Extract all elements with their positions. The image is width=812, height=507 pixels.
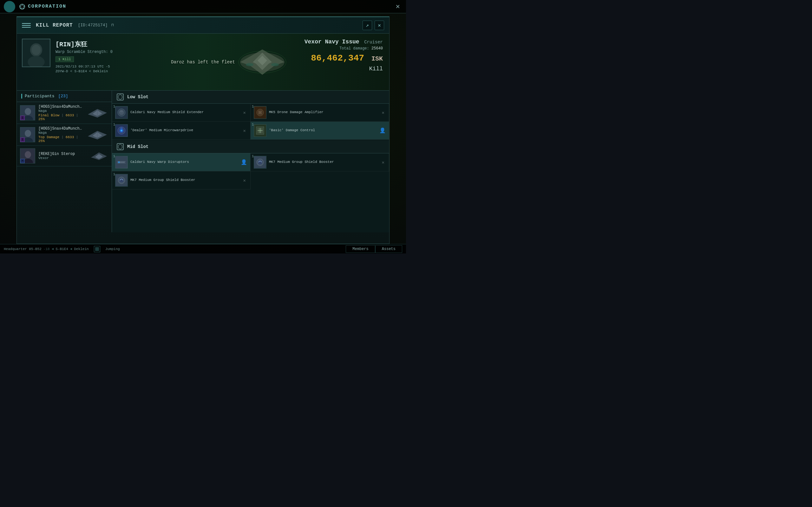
slot-name: MK7 Medium Group Shield Booster	[131, 178, 240, 182]
low-slot-header: Low Slot	[112, 91, 389, 104]
slot-name: 'Basic' Damage Control	[269, 128, 377, 133]
participant-ship-icon	[90, 151, 108, 162]
svg-point-11	[246, 63, 253, 66]
slot-icon-drone	[254, 106, 266, 119]
list-item[interactable]: I [HOGS]Snax4DaMunchies Naga Final Blow …	[17, 102, 112, 124]
svg-marker-1	[20, 4, 24, 9]
panel-menu-button[interactable]	[22, 21, 31, 30]
corp-icon	[19, 3, 26, 10]
slot-icon-booster	[254, 156, 266, 169]
slot-item: 1 Caldari Navy Warp Disruptors 👤	[112, 153, 251, 171]
low-slot-title: Low Slot	[127, 95, 148, 100]
participants-title: Participants [23]	[21, 94, 68, 99]
top-close-button[interactable]: ✕	[393, 2, 402, 11]
kill-type: Kill	[305, 66, 383, 72]
mid-slot-section: Mid Slot 1	[112, 140, 389, 189]
panel-title: KILL REPORT	[36, 22, 73, 28]
kill-date: 2021/02/13 09:37:13 UTC -5	[55, 65, 154, 68]
isk-value: 86,462,347 ISK	[305, 53, 383, 63]
participant-ship-icon	[86, 128, 108, 141]
participant-role: Top Damage | 6633 | 25%	[38, 135, 83, 143]
portrait-badge: +	[20, 159, 25, 163]
jump-label: Jumping	[105, 247, 120, 251]
corp-label: CORPORATION	[28, 4, 66, 9]
participant-ship-icon	[86, 107, 108, 119]
svg-point-56	[118, 161, 120, 163]
participants-header: Participants [23]	[17, 91, 112, 102]
svg-point-15	[25, 108, 31, 115]
ship-illustration	[231, 40, 294, 84]
slot-icon-disruptor	[115, 156, 128, 169]
victim-info: [RIN]东狂 Warp Scramble Strength: 0 1 Kill…	[55, 39, 154, 73]
victim-section: [RIN]东狂 Warp Scramble Strength: 0 1 Kill…	[17, 34, 159, 90]
list-item[interactable]: + [REKE]Gin Sterop Vexor	[17, 146, 112, 166]
slot-name: MK5 Drone Damage Amplifier	[269, 110, 378, 115]
top-bar: CORPORATION ✕	[0, 0, 406, 13]
participant-portrait: +	[20, 148, 35, 164]
mid-slot-header: Mid Slot	[112, 140, 389, 153]
panel-close-button[interactable]: ✕	[374, 20, 384, 30]
panel-id: [ID:4725174] ⊓	[78, 23, 114, 27]
assets-tab[interactable]: Assets	[375, 245, 402, 253]
bottom-tabs: Members Assets	[346, 245, 402, 253]
slot-close-button[interactable]: ✕	[380, 158, 386, 166]
panel-actions: ↗ ✕	[362, 20, 384, 30]
participant-name: [HOGS]Snax4DaMunchies	[38, 105, 83, 109]
slot-item: 1 Caldari Navy Medium Shield Extender ✕	[112, 104, 251, 122]
participant-name: [REKE]Gin Sterop	[38, 152, 86, 156]
bottom-location: Headquarter 85-B52 -18 ◄ S-B1E4 ◄ Deklei…	[4, 247, 89, 251]
svg-rect-6	[22, 39, 50, 66]
slot-name: Caldari Navy Warp Disruptors	[131, 160, 238, 164]
bottom-bar: Headquarter 85-B52 -18 ◄ S-B1E4 ◄ Deklei…	[0, 244, 406, 253]
participant-info: [REKE]Gin Sterop Vexor	[38, 152, 86, 160]
svg-point-44	[120, 130, 122, 131]
corp-title: CORPORATION	[19, 3, 66, 10]
svg-point-27	[25, 151, 31, 158]
slot-icon-drive	[115, 124, 128, 137]
kill-info-header: [RIN]东狂 Warp Scramble Strength: 0 1 Kill…	[17, 34, 389, 91]
participant-info: [HOGS]Snax4DaMunchies Naga Top Damage | …	[38, 126, 83, 143]
participant-info: [HOGS]Snax4DaMunchies Naga Final Blow | …	[38, 105, 83, 121]
slot-icon-shield	[115, 106, 128, 119]
mid-slot-title: Mid Slot	[127, 144, 148, 149]
slot-close-button2[interactable]: ✕	[242, 176, 247, 184]
slot-name: MK7 Medium Group Shield Booster	[269, 160, 378, 164]
slot-icon-booster2	[115, 174, 128, 187]
person-icon: 👤	[241, 159, 247, 165]
slot-item: 1 'Basic' Damage Control 👤	[251, 122, 389, 140]
hamburger-button[interactable]	[4, 1, 15, 12]
svg-rect-51	[117, 144, 123, 150]
svg-rect-31	[117, 94, 123, 100]
svg-point-21	[25, 130, 31, 137]
participant-ship: Naga	[38, 109, 83, 113]
content-area: Participants [23] I	[17, 91, 389, 232]
kill-right-info: Vexor Navy Issue Cruiser Total damage: 2…	[305, 39, 383, 72]
export-button[interactable]: ↗	[362, 20, 372, 30]
participant-portrait: I	[20, 127, 35, 142]
total-damage: Total damage: 25640	[305, 46, 383, 51]
main-panel: KILL REPORT [ID:4725174] ⊓ ↗ ✕	[16, 16, 390, 244]
victim-warp-scramble: Warp Scramble Strength: 0	[55, 50, 154, 54]
participant-role: Final Blow | 6633 | 25%	[38, 113, 83, 121]
slots-panel: Low Slot 1	[112, 91, 389, 232]
portrait-badge: I	[20, 137, 25, 142]
mid-slot-grid: 1 Caldari Navy Warp Disruptors 👤	[112, 153, 389, 189]
slot-close-button[interactable]: ✕	[242, 109, 247, 117]
slot-close-button[interactable]: ✕	[380, 109, 386, 117]
svg-point-45	[120, 127, 123, 129]
mid-slot-icon	[116, 143, 124, 151]
participant-name: [HOGS]Snax4DaMunchies	[38, 126, 83, 131]
slot-close-button[interactable]: ✕	[242, 127, 247, 135]
slot-item: 1 MK7 Medium Group Shield Booster ✕	[251, 153, 389, 171]
ship-name-class: Vexor Navy Issue Cruiser	[305, 39, 383, 45]
list-item[interactable]: I [HOGS]Snax4DaMunchies Naga Top Damage …	[17, 124, 112, 146]
members-tab[interactable]: Members	[346, 245, 375, 253]
slot-item: 1 MK5 Drone Damage Amplifier ✕	[251, 104, 389, 122]
participant-portrait: I	[20, 105, 35, 120]
slot-item: 1 MK7 Medium Group Shield Booster ✕	[112, 171, 251, 189]
person-icon: 👤	[379, 127, 386, 134]
participant-ship: Naga	[38, 131, 83, 135]
panel-header: KILL REPORT [ID:4725174] ⊓ ↗ ✕	[17, 17, 389, 34]
portrait-badge: I	[20, 116, 25, 120]
fleet-message: Daroz has left the fleet	[171, 60, 235, 65]
